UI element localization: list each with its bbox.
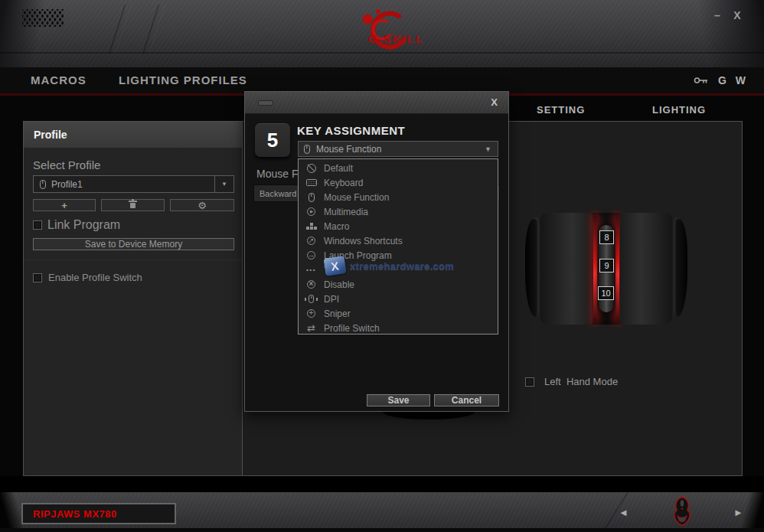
tab-setting[interactable]: SETTING — [537, 104, 585, 116]
panel-divider — [24, 259, 242, 260]
arrow-right-circle-icon — [305, 250, 318, 261]
function-type-select[interactable]: Mouse Function ▼ — [298, 141, 498, 157]
dialog-close-button[interactable]: X — [491, 96, 498, 108]
option-label: Disable — [324, 279, 354, 290]
menu-bar-right-icons: G W — [694, 67, 746, 93]
chevron-down-icon: ▼ — [221, 181, 227, 188]
dialog-title-bar[interactable]: X — [245, 92, 508, 114]
mouse-button-8-label[interactable]: 8 — [599, 230, 614, 244]
dialog-title: KEY ASSIGNMENT — [297, 124, 405, 137]
delete-profile-button[interactable] — [101, 199, 165, 211]
save-button[interactable]: Save — [367, 394, 430, 406]
profile-select-value: Profile1 — [51, 179, 83, 190]
metal-texture — [245, 92, 508, 113]
mouse-right-wing — [674, 217, 687, 317]
mouse-button-10-label[interactable]: 10 — [598, 286, 614, 300]
speaker-grille-decoration — [22, 9, 64, 27]
menu-item-lighting-profiles[interactable]: LIGHTING PROFILES — [119, 67, 247, 93]
option-label: DPI — [324, 294, 339, 305]
play-circle-icon — [305, 206, 318, 217]
dpi-mouse-icon — [305, 293, 318, 305]
gskill-app-window: G.SKILL – X MACROS LIGHTING PROFILES G W… — [0, 0, 764, 532]
footer-spacer — [0, 476, 764, 492]
profile-select[interactable]: Profile1 ▼ — [33, 175, 234, 193]
option-disable[interactable]: Disable — [299, 277, 498, 292]
arrow-ne-circle-icon — [305, 235, 318, 246]
option-label: Default — [324, 163, 353, 174]
select-profile-label: Select Profile — [33, 158, 100, 171]
dialog-handle-icon — [258, 100, 273, 106]
option-default[interactable]: Default — [299, 161, 498, 175]
function-type-dropdown-list: Default Keyboard Mouse Function Multimed… — [298, 158, 498, 335]
mouse-icon — [40, 180, 46, 189]
profile-panel: Profile Select Profile Profile1 ▼ + Link… — [24, 122, 243, 475]
loop-arrows-icon — [305, 322, 318, 334]
profile-select-arrow-button[interactable]: ▼ — [214, 176, 233, 192]
option-dpi[interactable]: DPI — [299, 292, 498, 306]
g-shortcut-button[interactable]: G — [718, 74, 726, 86]
chassis-corner-right — [741, 492, 764, 532]
device-name: RIPJAWS MX780 — [33, 508, 117, 520]
watermark-x-logo: X — [324, 256, 347, 276]
link-program-checkbox[interactable] — [33, 220, 42, 230]
x-circle-icon — [305, 279, 318, 290]
option-windows-shortcuts[interactable]: Windows Shortcuts — [299, 233, 498, 248]
key-assignment-dialog: X 5 KEY ASSIGNMENT Mouse Function Backwa… — [244, 91, 509, 412]
mouse-icon — [304, 145, 310, 154]
next-device-button[interactable]: ► — [733, 507, 743, 518]
enable-profile-switch-checkbox[interactable] — [33, 273, 42, 282]
minimize-button[interactable]: – — [710, 8, 724, 22]
watermark-text: xtremehardware.com — [350, 260, 454, 272]
previous-device-button[interactable]: ◄ — [619, 507, 629, 518]
left-hand-mode-row: Left Hand Mode — [525, 376, 618, 387]
key-number-box: 5 — [255, 123, 290, 157]
mouse-right-button — [620, 213, 672, 325]
option-multimedia[interactable]: Multimedia — [299, 204, 498, 219]
no-entry-icon — [305, 162, 318, 174]
profile-settings-button[interactable] — [170, 199, 234, 211]
crosshair-icon — [305, 308, 318, 319]
enable-profile-switch-row: Enable Profile Switch — [33, 272, 142, 283]
mouse-left-wing — [525, 217, 539, 317]
gskill-logo-text: G.SKILL — [368, 32, 424, 45]
profile-panel-title: Profile — [24, 122, 242, 148]
chevron-down-icon: ▼ — [485, 145, 491, 153]
option-label: Profile Switch — [324, 323, 380, 334]
gskill-logo: G.SKILL — [339, 6, 427, 57]
chassis-corner-left — [0, 492, 23, 532]
key-icon[interactable] — [694, 76, 709, 85]
option-label: Macro — [324, 221, 349, 232]
tab-lighting[interactable]: LIGHTING — [652, 104, 706, 116]
w-shortcut-button[interactable]: W — [736, 74, 746, 86]
keyboard-icon — [305, 177, 318, 188]
device-mouse-icon[interactable] — [671, 495, 694, 530]
mouse-left-button — [540, 213, 593, 325]
mouse-button-9-label[interactable]: 9 — [599, 259, 614, 273]
link-program-row: Link Program — [33, 218, 120, 232]
option-label: Sniper — [324, 308, 351, 319]
option-label: Mouse Function — [324, 192, 389, 203]
ellipsis-icon — [305, 264, 318, 276]
option-mouse-function[interactable]: Mouse Function — [299, 190, 498, 204]
trash-icon — [130, 203, 135, 208]
blocks-icon — [305, 220, 318, 232]
option-keyboard[interactable]: Keyboard — [299, 175, 498, 190]
option-sniper[interactable]: Sniper — [299, 306, 498, 321]
save-to-device-memory-button[interactable]: Save to Device Memory — [33, 238, 234, 250]
device-name-box: RIPJAWS MX780 — [21, 503, 176, 524]
close-button[interactable]: X — [730, 8, 744, 22]
menu-bar: MACROS LIGHTING PROFILES G W — [0, 67, 764, 93]
option-macro[interactable]: Macro — [299, 219, 498, 233]
add-profile-button[interactable]: + — [33, 199, 96, 211]
site-watermark: X xtremehardware.com — [325, 257, 454, 275]
gear-icon — [198, 198, 207, 212]
option-profile-switch[interactable]: Profile Switch — [299, 321, 498, 335]
option-label: Keyboard — [324, 178, 363, 188]
left-hand-mode-label: Left Hand Mode — [544, 376, 618, 387]
left-hand-mode-checkbox[interactable] — [525, 377, 534, 387]
menu-item-macros[interactable]: MACROS — [31, 67, 87, 93]
mouse-icon — [305, 191, 318, 203]
option-label: Windows Shortcuts — [324, 236, 403, 246]
option-label: Multimedia — [324, 207, 368, 217]
cancel-button[interactable]: Cancel — [434, 394, 499, 406]
